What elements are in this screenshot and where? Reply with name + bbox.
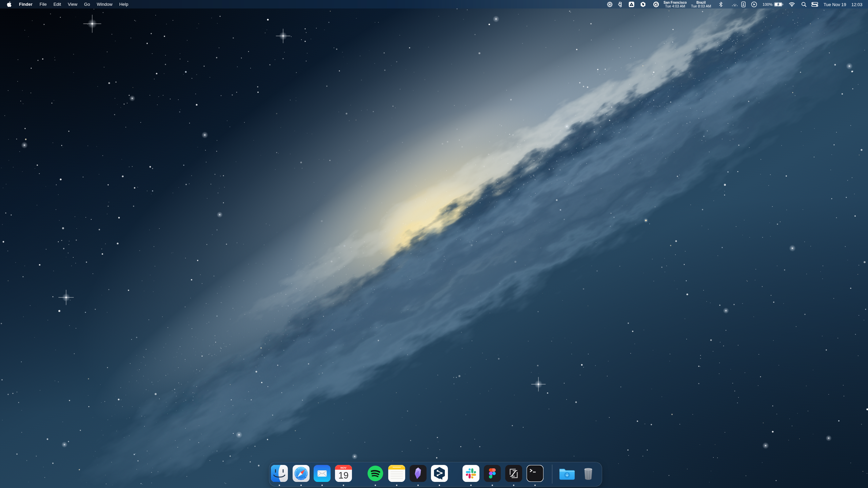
svg-text:NOV: NOV [340, 466, 347, 469]
svg-text:19: 19 [338, 470, 349, 481]
